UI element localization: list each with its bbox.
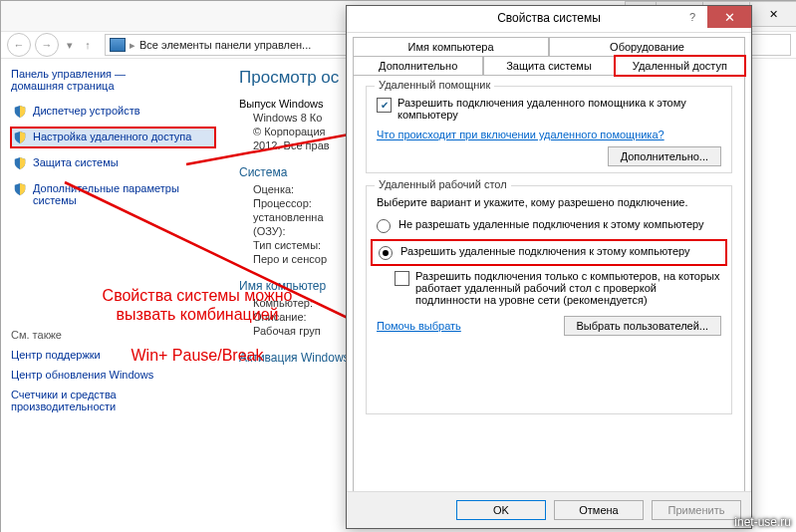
- radio-allow-connections[interactable]: Разрешить удаленные подключения к этому …: [373, 241, 725, 264]
- dialog-help-button[interactable]: ?: [677, 6, 707, 28]
- see-also-windows-update[interactable]: Центр обновления Windows: [11, 369, 215, 381]
- annotation-text: Свойства системы можно вызвать комбинаци…: [53, 286, 342, 366]
- radio-label: Не разрешать удаленные подключения к это…: [398, 218, 704, 230]
- sidebar-item-label: Защита системы: [33, 156, 119, 168]
- checkbox-icon: ✔: [377, 98, 392, 113]
- tab-system-protection[interactable]: Защита системы: [483, 56, 614, 76]
- sidebar-item-label: Диспетчер устройств: [33, 105, 140, 117]
- remote-assistance-advanced-button[interactable]: Дополнительно...: [608, 146, 721, 166]
- allow-remote-assistance-checkbox[interactable]: ✔ Разрешить подключения удаленного помощ…: [377, 97, 721, 121]
- sidebar-item-device-manager[interactable]: Диспетчер устройств: [11, 102, 215, 122]
- remote-assistance-help-link[interactable]: Что происходит при включении удаленного …: [377, 129, 664, 140]
- watermark: inet-use.ru: [734, 515, 791, 529]
- help-me-choose-link[interactable]: Помочь выбрать: [377, 320, 461, 332]
- sidebar-item-label: Дополнительные параметры системы: [33, 182, 213, 206]
- tab-remote[interactable]: Удаленный доступ: [615, 56, 745, 76]
- shield-icon: [13, 105, 27, 119]
- see-also-perf-tools[interactable]: Счетчики и средства производительности: [11, 389, 215, 412]
- sidebar-item-system-protection[interactable]: Защита системы: [11, 153, 215, 173]
- tab-remote-page: Удаленный помощник ✔ Разрешить подключен…: [353, 75, 745, 511]
- control-panel-home-link[interactable]: Панель управления — домашняя страница: [11, 68, 215, 92]
- nav-history-dropdown[interactable]: ▾: [63, 38, 77, 52]
- remote-desktop-instruction: Выберите вариант и укажите, кому разреше…: [377, 196, 721, 208]
- radio-icon: [377, 219, 391, 233]
- sidebar-item-remote-settings[interactable]: Настройка удаленного доступа: [11, 128, 215, 147]
- nav-back-button[interactable]: ←: [7, 33, 31, 57]
- tab-computer-name[interactable]: Имя компьютера: [353, 37, 549, 57]
- dialog-title: Свойства системы: [497, 11, 601, 25]
- remote-desktop-group: Удаленный рабочий стол Выберите вариант …: [366, 185, 732, 414]
- sidebar-item-label: Настройка удаленного доступа: [33, 131, 191, 142]
- tab-advanced[interactable]: Дополнительно: [353, 56, 483, 76]
- breadcrumb-text[interactable]: Все элементы панели управлен...: [139, 39, 311, 51]
- nav-forward-button[interactable]: →: [35, 33, 59, 57]
- checkbox-icon: [395, 271, 409, 286]
- radio-icon: [379, 246, 393, 260]
- shield-icon: [13, 182, 27, 196]
- remote-assistance-legend: Удаленный помощник: [375, 79, 494, 91]
- remote-assistance-group: Удаленный помощник ✔ Разрешить подключен…: [366, 86, 732, 173]
- ok-button[interactable]: OK: [456, 500, 546, 520]
- sidebar-item-advanced-system[interactable]: Дополнительные параметры системы: [11, 179, 215, 209]
- checkbox-label: Разрешить подключения только с компьютер…: [415, 270, 721, 306]
- cancel-button[interactable]: Отмена: [554, 500, 644, 520]
- shield-icon: [13, 131, 27, 144]
- monitor-icon: [110, 38, 126, 52]
- select-users-button[interactable]: Выбрать пользователей...: [564, 316, 722, 336]
- remote-desktop-legend: Удаленный рабочий стол: [375, 178, 511, 190]
- checkbox-label: Разрешить подключения удаленного помощни…: [398, 97, 721, 121]
- close-button[interactable]: ✕: [749, 1, 796, 27]
- radio-label: Разрешить удаленные подключения к этому …: [400, 245, 690, 257]
- system-properties-dialog: Свойства системы ? ✕ Имя компьютера Обор…: [346, 5, 752, 529]
- apply-button[interactable]: Применить: [652, 500, 741, 520]
- nla-checkbox[interactable]: Разрешить подключения только с компьютер…: [395, 270, 721, 306]
- dialog-close-button[interactable]: ✕: [707, 6, 751, 28]
- breadcrumb-sep: ▸: [130, 39, 135, 52]
- nav-up-button[interactable]: ↑: [81, 38, 95, 52]
- radio-dont-allow[interactable]: Не разрешать удаленные подключения к это…: [377, 218, 721, 233]
- shield-icon: [13, 156, 27, 170]
- tab-hardware[interactable]: Оборудование: [549, 37, 745, 57]
